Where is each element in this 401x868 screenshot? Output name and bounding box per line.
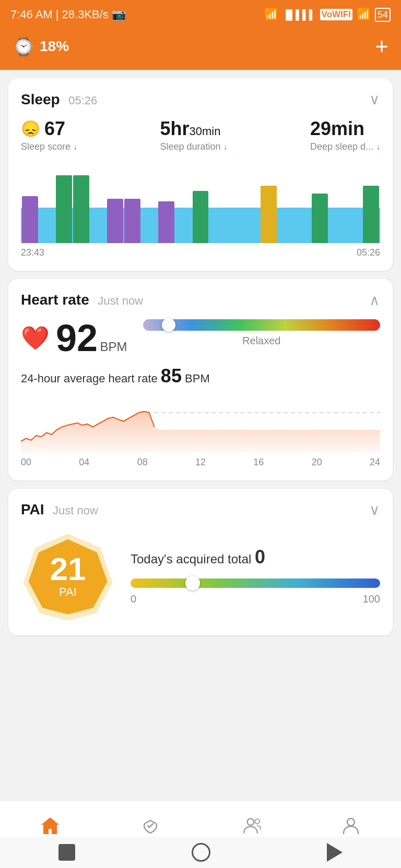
sleep-score-label: Sleep score ↓ — [21, 141, 77, 152]
sleep-bar — [227, 208, 243, 243]
home-icon — [40, 815, 61, 840]
pai-info: Today's acquired total 0 0 100 — [131, 546, 380, 605]
hr-subtitle: Just now — [98, 294, 143, 307]
hr-time-16: 16 — [253, 457, 264, 468]
header-left: ⌚ 18% — [13, 36, 69, 57]
sleep-bar — [158, 201, 174, 243]
svg-point-5 — [347, 818, 355, 826]
hr-gauge-bar — [143, 319, 380, 331]
hr-avg-section: 24-hour average heart rate 85 BPM — [21, 365, 380, 387]
sleep-score-value: 67 — [44, 118, 65, 139]
system-back-button[interactable] — [327, 843, 343, 862]
hr-chart — [21, 395, 380, 453]
sleep-start-time: 23:43 — [21, 247, 44, 258]
sleep-chevron-icon[interactable]: ∨ — [369, 91, 380, 108]
sleep-score-stat: 😞 67 Sleep score ↓ — [21, 118, 77, 152]
pai-progress-dot — [185, 576, 200, 590]
pai-label: PAI — [50, 585, 86, 599]
hr-avg-value: 85 — [161, 365, 182, 387]
pai-shape: 21 PAI — [21, 529, 115, 623]
sleep-bar — [39, 208, 55, 243]
sleep-bars — [21, 165, 380, 243]
sleep-bar — [209, 208, 226, 243]
vowifi-icon: VoWIFI — [320, 9, 352, 20]
system-circle-button[interactable] — [192, 843, 210, 862]
bpm-unit: BPM — [100, 340, 127, 354]
deep-sleep-value: 29min — [310, 118, 380, 139]
sleep-bar — [124, 199, 140, 243]
sleep-bar — [56, 175, 72, 243]
pai-card-header: PAI Just now ∨ — [21, 501, 380, 519]
deep-sleep-trend: ↓ — [376, 142, 380, 151]
sleep-bar — [141, 208, 158, 243]
deep-sleep-stat: 29min Deep sleep d... ↓ — [310, 118, 380, 152]
pai-subtitle: Just now — [53, 504, 98, 517]
sleep-card: Sleep 05:26 ∨ 😞 67 Sleep score ↓ 5hr30mi… — [8, 78, 393, 271]
status-bar-right: 📶 ▐▌▌▌▌ VoWIFI 📶 54 — [264, 8, 391, 22]
sleep-bar — [295, 208, 311, 243]
hr-chevron-icon[interactable]: ∧ — [369, 292, 380, 309]
hr-card-header: Heart rate Just now ∧ — [21, 292, 380, 309]
sleep-bar — [346, 208, 362, 243]
sleep-bar — [175, 208, 192, 243]
sleep-duration-label: Sleep duration ↓ — [160, 141, 227, 152]
sleep-duration-trend: ↓ — [223, 142, 228, 151]
sleep-bar — [22, 196, 38, 243]
screen-icon: 📷 — [112, 8, 126, 21]
pai-max-label: 100 — [363, 593, 380, 605]
sleep-title-row: Sleep 05:26 — [21, 91, 97, 108]
pai-title: PAI — [21, 501, 44, 517]
hr-title: Heart rate — [21, 292, 89, 308]
hr-time-12: 12 — [195, 457, 206, 468]
bluetooth-icon: 📶 — [264, 8, 278, 21]
sleep-bar — [278, 208, 294, 243]
workout-icon — [140, 815, 161, 840]
hr-avg-unit: BPM — [185, 372, 210, 385]
pai-title-row: PAI Just now — [21, 501, 98, 518]
pai-body: 21 PAI Today's acquired total 0 0 100 — [21, 529, 380, 623]
sleep-end-time: 05:26 — [357, 247, 380, 258]
hr-time-08: 08 — [137, 457, 148, 468]
time-display: 7:46 AM — [10, 8, 53, 21]
sleep-duration-stat: 5hr30min Sleep duration ↓ — [160, 118, 227, 152]
sleep-bar — [312, 194, 328, 243]
pai-progress-labels: 0 100 — [131, 593, 380, 605]
pai-progress-bar — [131, 578, 380, 588]
pai-number: 21 — [50, 553, 86, 585]
wifi-icon: 📶 — [357, 8, 371, 21]
sleep-card-header: Sleep 05:26 ∨ — [21, 91, 380, 108]
pai-chevron-icon[interactable]: ∨ — [369, 501, 380, 519]
hr-gauge: Relaxed — [143, 319, 380, 347]
sleep-stats: 😞 67 Sleep score ↓ 5hr30min Sleep durati… — [21, 118, 380, 152]
hr-time-24: 24 — [370, 457, 380, 468]
watch-icon: ⌚ — [13, 36, 34, 57]
sleep-time-range: 23:43 05:26 — [21, 247, 380, 258]
bpm-value: 92 — [56, 317, 98, 359]
deep-sleep-label: Deep sleep d... ↓ — [310, 141, 380, 152]
main-content: Sleep 05:26 ∨ 😞 67 Sleep score ↓ 5hr30mi… — [0, 78, 401, 753]
system-nav-bar — [0, 837, 401, 868]
hr-time-04: 04 — [79, 457, 89, 468]
sleep-time: 05:26 — [68, 94, 97, 107]
network-speed: | 28.3KB/s — [56, 8, 109, 21]
sleep-bar — [363, 186, 379, 243]
sleep-chart — [21, 165, 380, 243]
sleep-bar — [193, 191, 209, 243]
battery-percent: 18% — [40, 38, 69, 55]
sleep-duration-value: 5hr30min — [160, 118, 227, 139]
hr-gauge-label: Relaxed — [143, 335, 380, 347]
add-button[interactable]: + — [375, 33, 388, 59]
pai-card: PAI Just now ∨ 21 PAI Today — [8, 489, 393, 635]
hr-time-labels: 00 04 08 12 16 20 24 — [21, 457, 380, 468]
sleep-title: Sleep — [21, 91, 60, 107]
hr-top-section: ❤️ 92 BPM Relaxed — [21, 319, 380, 357]
svg-point-4 — [255, 819, 260, 824]
pai-today: Today's acquired total 0 — [131, 546, 380, 568]
sleep-bar — [329, 208, 345, 243]
sleep-score-trend: ↓ — [73, 142, 77, 151]
bpm-value-group: 92 BPM — [56, 319, 127, 357]
pai-text: 21 PAI — [50, 553, 86, 599]
status-bar: 7:46 AM | 28.3KB/s 📷 📶 ▐▌▌▌▌ VoWIFI 📶 54 — [0, 0, 401, 29]
system-square-button[interactable] — [58, 844, 75, 861]
heart-icon: ❤️ — [21, 324, 50, 352]
